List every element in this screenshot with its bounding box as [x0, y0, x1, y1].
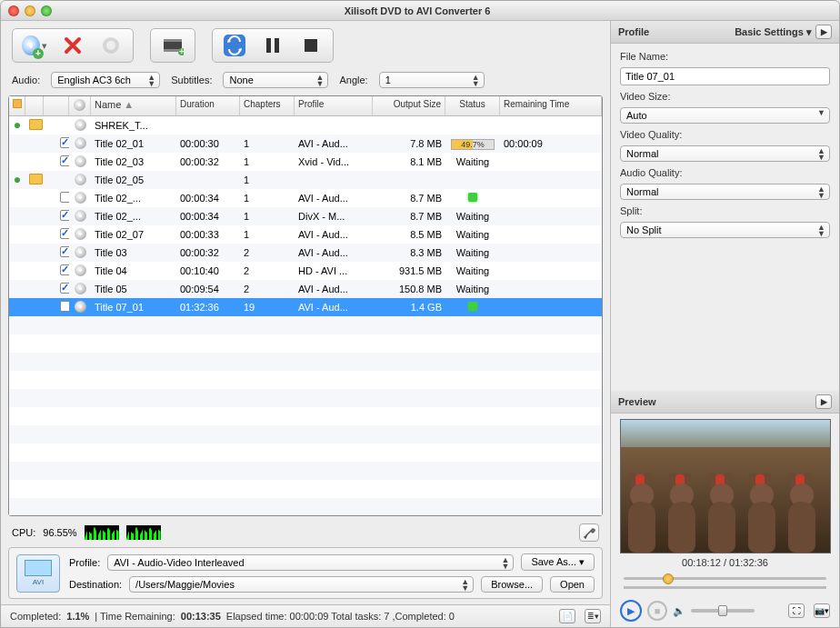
cell-profile: DivX - M...: [295, 211, 373, 222]
cell-profile: AVI - Aud...: [295, 247, 373, 258]
cell-duration: 00:00:30: [176, 138, 240, 149]
preview-video[interactable]: [620, 419, 831, 553]
angle-select[interactable]: 1▲▼: [379, 72, 485, 88]
cell-chapters: 1: [240, 211, 295, 222]
col-chapters[interactable]: Chapters: [240, 96, 295, 115]
preview-expand-button[interactable]: ▶: [815, 394, 832, 409]
cell-duration: 00:00:32: [176, 247, 240, 258]
col-status[interactable]: Status: [445, 96, 500, 115]
volume-icon[interactable]: 🔈: [673, 605, 685, 617]
snapshot-button[interactable]: 📷▾: [814, 603, 830, 618]
cell-duration: 00:00:34: [176, 211, 240, 222]
col-duration[interactable]: Duration: [176, 96, 240, 115]
stop-button[interactable]: [298, 33, 324, 58]
disc-icon: [75, 283, 86, 294]
delete-button[interactable]: [60, 33, 85, 58]
table-row[interactable]: Title 02_...00:00:341AVI - Aud...8.7 MB: [9, 189, 602, 207]
table-row[interactable]: Title 02_0300:00:321Xvid - Vid...8.1 MBW…: [9, 153, 602, 171]
cell-profile: AVI - Aud...: [295, 284, 373, 294]
audio-select[interactable]: English AC3 6ch▲▼: [51, 72, 160, 88]
preview-slider[interactable]: [624, 572, 826, 584]
settings-button[interactable]: [579, 523, 599, 542]
table-row[interactable]: Title 02_...00:00:341DivX - M...8.7 MBWa…: [9, 207, 602, 225]
minimize-window-button[interactable]: [25, 5, 35, 16]
table-row[interactable]: Title 0400:10:402HD - AVI ...931.5 MBWai…: [9, 262, 602, 280]
close-window-button[interactable]: [8, 5, 19, 16]
cell-name: Title 02_01: [91, 138, 176, 149]
checkbox[interactable]: [60, 155, 69, 166]
filename-input[interactable]: [620, 67, 830, 85]
table-row[interactable]: Title 02_0700:00:331AVI - Aud...8.5 MBWa…: [9, 225, 602, 244]
collapse-icon[interactable]: ●: [14, 174, 21, 185]
destination-select[interactable]: /Users/Maggie/Movies▲▼: [129, 576, 474, 593]
col-output[interactable]: Output Size: [373, 96, 445, 115]
log-button[interactable]: 📄: [559, 609, 575, 623]
table-row[interactable]: Title 07_0101:32:3619AVI - Aud...1.4 GB: [9, 298, 602, 316]
subtitles-label: Subtitles:: [171, 75, 212, 85]
cpu-label: CPU:: [12, 527, 35, 538]
convert-button[interactable]: [222, 33, 247, 58]
cpu-graph-2: [126, 525, 161, 540]
videosize-select[interactable]: Auto▼: [620, 107, 830, 124]
checkbox[interactable]: [60, 301, 69, 312]
stream-selectors: Audio: English AC3 6ch▲▼ Subtitles: None…: [1, 68, 610, 95]
profile-select[interactable]: AVI - Audio-Video Interleaved▲▼: [107, 554, 514, 571]
table-row[interactable]: Title 02_0100:00:301AVI - Aud...7.8 MB49…: [9, 135, 602, 153]
checkbox[interactable]: [60, 283, 69, 294]
split-select[interactable]: No Split▲▼: [620, 222, 830, 238]
add-disc-button[interactable]: +▾: [22, 33, 47, 58]
play-button[interactable]: ▶: [620, 600, 642, 622]
info-button[interactable]: [98, 33, 124, 58]
status-bar: Completed: 1.1% | Time Remaining: 00:13:…: [1, 604, 610, 627]
pause-button[interactable]: [260, 33, 285, 58]
disc-icon: [75, 246, 86, 258]
table-row[interactable]: Title 0300:00:322AVI - Aud...8.3 MBWaiti…: [9, 244, 602, 262]
audioquality-select[interactable]: Normal▲▼: [620, 184, 830, 200]
clip-button[interactable]: +: [160, 33, 185, 58]
videosize-label: Video Size:: [620, 91, 830, 102]
col-remaining[interactable]: Remaining Time: [500, 96, 602, 115]
cell-name: Title 02_03: [91, 156, 176, 167]
col-profile[interactable]: Profile: [295, 96, 373, 115]
cell-chapters: 19: [240, 302, 295, 313]
cell-output: 150.8 MB: [373, 284, 445, 294]
checkbox[interactable]: [60, 192, 69, 203]
checkbox[interactable]: [60, 264, 69, 275]
cell-chapters: 1: [240, 174, 295, 185]
browse-button[interactable]: Browse...: [481, 576, 543, 593]
table-row[interactable]: ●Title 02_051: [9, 171, 602, 189]
disc-icon: [75, 137, 86, 149]
split-label: Split:: [620, 205, 830, 216]
collapse-icon[interactable]: ●: [14, 120, 21, 131]
cell-duration: 00:00:33: [176, 229, 240, 240]
zoom-window-button[interactable]: [41, 5, 52, 16]
subtitles-select[interactable]: None▲▼: [223, 72, 328, 88]
open-button[interactable]: Open: [550, 576, 595, 593]
volume-slider[interactable]: [691, 609, 755, 613]
fullscreen-button[interactable]: ⛶: [788, 603, 805, 618]
cell-name: Title 02_...: [91, 193, 176, 204]
col-name[interactable]: Name ▲: [91, 96, 176, 115]
checkbox[interactable]: [60, 228, 69, 239]
cell-duration: 00:00:32: [176, 156, 240, 167]
actions-button[interactable]: ≣▾: [585, 609, 601, 623]
checkbox[interactable]: [60, 210, 69, 221]
table-row[interactable]: ●SHREK_T...: [9, 116, 602, 135]
col-expand[interactable]: [9, 96, 25, 115]
profile-next-button[interactable]: ▶: [815, 25, 832, 39]
svg-point-1: [106, 41, 115, 50]
window-title: Xilisoft DVD to AVI Converter 6: [52, 5, 783, 16]
cell-name: Title 02_07: [91, 229, 176, 240]
app-window: Xilisoft DVD to AVI Converter 6 +▾ +: [0, 0, 840, 628]
preview-time: 00:18:12 / 01:32:36: [620, 553, 830, 572]
save-as-button[interactable]: Save As... ▾: [521, 553, 595, 571]
cell-status: Waiting: [445, 265, 500, 276]
checkbox[interactable]: [60, 137, 69, 148]
checkbox[interactable]: [60, 246, 69, 257]
videoquality-select[interactable]: Normal▲▼: [620, 145, 830, 162]
table-row[interactable]: Title 0500:09:542AVI - Aud...150.8 MBWai…: [9, 280, 602, 298]
cell-chapters: 1: [240, 156, 295, 167]
preview-stop-button[interactable]: ■: [647, 601, 667, 621]
basic-settings-dropdown[interactable]: Basic Settings ▾: [735, 26, 812, 38]
window-controls: [8, 5, 52, 16]
